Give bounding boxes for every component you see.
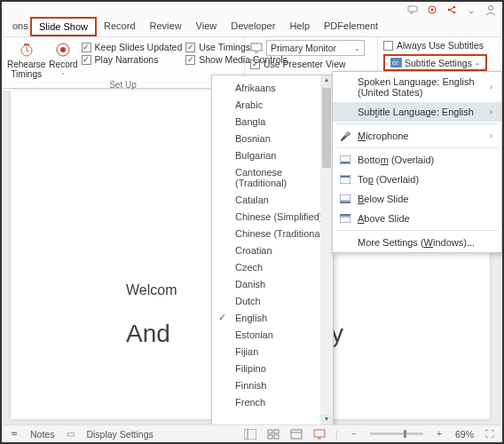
svg-point-6 (489, 6, 493, 11)
always-subtitles-checkbox[interactable]: Always Use Subtitles (383, 40, 484, 51)
subtitle-settings-button[interactable]: cc Subtitle Settings ⌄ (383, 54, 487, 71)
svg-rect-30 (314, 430, 325, 437)
svg-point-3 (448, 9, 451, 12)
zoom-out-icon[interactable]: − (347, 428, 361, 440)
tab-developer[interactable]: Developer (224, 18, 282, 36)
view-normal-icon[interactable] (243, 428, 257, 440)
language-option[interactable]: Cantonese (Traditional) (212, 163, 333, 191)
quick-access-bar: ⌄ (2, 2, 502, 18)
tab-record[interactable]: Record (97, 18, 142, 36)
user-icon[interactable] (484, 4, 497, 16)
tab-slide-show[interactable]: Slide Show (30, 17, 97, 36)
separator (336, 123, 498, 124)
language-option[interactable]: Chinese (Traditional) (212, 225, 333, 242)
chevron-down-icon: ⌄ (354, 44, 360, 52)
menu-top-overlaid[interactable]: Top (Overlaid) (333, 170, 501, 189)
menu-above-slide[interactable]: Above Slide (333, 209, 501, 228)
view-sorter-icon[interactable] (266, 428, 280, 440)
display-settings-label[interactable]: Display Settings (86, 429, 153, 440)
microphone-icon: 🎤 (339, 130, 351, 142)
presenter-view-checkbox[interactable]: ✓Use Presenter View (250, 59, 346, 69)
svg-rect-15 (341, 162, 350, 163)
svg-rect-26 (268, 435, 272, 439)
menu-bottom-overlaid[interactable]: Bottom (Overlaid) (333, 150, 501, 170)
tab-review[interactable]: Review (143, 18, 189, 36)
language-option[interactable]: Dutch (212, 292, 333, 309)
language-option[interactable]: Chinese (Simplified) (212, 208, 333, 225)
monitor-select[interactable]: Primary Monitor⌄ (266, 40, 365, 56)
language-option[interactable]: Bosnian (212, 130, 333, 147)
record-icon[interactable] (426, 4, 438, 16)
language-option[interactable]: Finnish (212, 377, 333, 393)
menu-more-settings[interactable]: More Settings (Windows)... (333, 233, 501, 252)
language-option[interactable]: ✓English (212, 309, 333, 326)
zoom-slider[interactable] (370, 432, 423, 435)
scrollbar[interactable]: ▴ ▾ (320, 75, 333, 427)
chevron-down-icon: ⌄ (60, 69, 66, 76)
language-option[interactable]: Afrikaans (212, 79, 333, 96)
keep-slides-checkbox[interactable]: ✓Keep Slides Updated (82, 42, 183, 52)
zoom-value[interactable]: 69% (455, 429, 474, 440)
language-option[interactable]: Croatian (212, 242, 333, 258)
language-option[interactable]: Czech (212, 258, 333, 275)
language-option[interactable]: Filipino (212, 360, 333, 377)
scroll-up-arrow[interactable]: ▴ (320, 75, 333, 88)
position-icon (339, 212, 351, 225)
language-option[interactable]: Arabic (212, 96, 333, 113)
tab-view[interactable]: View (189, 18, 224, 36)
svg-rect-20 (340, 217, 350, 223)
language-option[interactable]: Danish (212, 275, 333, 292)
svg-point-5 (453, 12, 456, 14)
rehearse-timings-button[interactable]: Rehearse Timings (7, 40, 45, 79)
group-label-setup: Set Up (7, 79, 239, 90)
svg-rect-18 (340, 194, 350, 201)
language-option[interactable]: Estonian (212, 326, 333, 343)
svg-rect-11 (251, 44, 262, 51)
language-option[interactable]: Catalan (212, 191, 333, 208)
position-icon (339, 154, 351, 166)
view-slideshow-icon[interactable] (312, 428, 327, 440)
chevron-right-icon: › (490, 107, 492, 116)
menu-subtitle-language[interactable]: Subtitle Language: English› (333, 102, 501, 122)
notes-icon[interactable]: ≐ (7, 428, 21, 440)
display-settings-icon[interactable]: ▭ (63, 428, 77, 440)
clock-icon (19, 42, 35, 58)
comment-icon[interactable] (406, 4, 419, 16)
menu-spoken-language[interactable]: Spoken Language: English (United States)… (333, 72, 501, 102)
chevron-right-icon: › (490, 83, 492, 91)
position-icon (339, 193, 351, 205)
monitor-icon (250, 43, 263, 53)
position-icon (339, 173, 351, 186)
menu-microphone[interactable]: 🎤Microphone› (333, 126, 501, 146)
separator (336, 230, 498, 231)
play-narrations-checkbox[interactable]: ✓Play Narrations (82, 54, 183, 65)
tab-pdfelement[interactable]: PDFelement (317, 18, 385, 36)
svg-rect-0 (408, 6, 417, 12)
share-icon[interactable] (445, 4, 458, 16)
svg-rect-27 (274, 435, 279, 439)
record-circle-icon (55, 42, 71, 58)
notes-label[interactable]: Notes (30, 429, 54, 440)
language-dropdown: AfrikaansArabicBanglaBosnianBulgarianCan… (211, 75, 334, 428)
record-button[interactable]: Record ⌄ (49, 40, 77, 76)
menu-below-slide[interactable]: Below Slide (333, 189, 501, 209)
svg-rect-21 (340, 214, 350, 216)
language-option[interactable]: Bulgarian (212, 147, 333, 163)
tab-help[interactable]: Help (282, 18, 317, 36)
svg-text:cc: cc (392, 59, 399, 66)
zoom-in-icon[interactable]: + (432, 428, 446, 440)
language-option[interactable]: Bangla (212, 113, 333, 130)
svg-rect-24 (268, 430, 272, 433)
language-option[interactable]: French (212, 393, 333, 410)
zoom-thumb[interactable] (404, 430, 406, 438)
view-reading-icon[interactable] (289, 428, 303, 440)
svg-rect-28 (291, 430, 302, 439)
language-option[interactable]: Fijian (212, 343, 333, 360)
fit-icon[interactable]: ⛶ (483, 428, 497, 440)
svg-rect-22 (244, 429, 256, 440)
scroll-thumb[interactable] (322, 88, 331, 168)
svg-point-4 (453, 6, 456, 9)
chevron-down-icon[interactable]: ⌄ (465, 4, 477, 16)
tab-transitions-cut[interactable]: ons (5, 18, 30, 36)
ribbon-tabs: ons Slide Show Record Review View Develo… (2, 18, 502, 37)
